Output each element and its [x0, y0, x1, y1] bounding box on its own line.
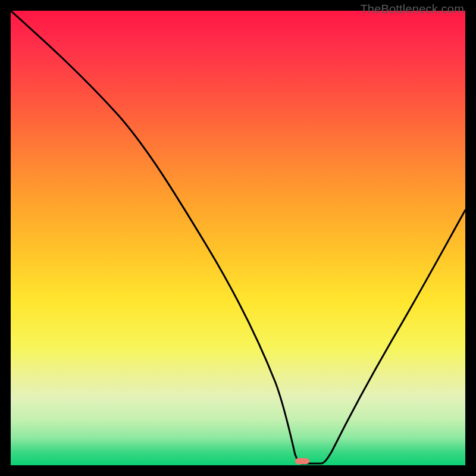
- optimal-marker: [295, 458, 309, 464]
- watermark-text: TheBottleneck.com: [360, 2, 464, 16]
- plot-area: [11, 11, 465, 465]
- chart-frame: TheBottleneck.com: [0, 0, 476, 476]
